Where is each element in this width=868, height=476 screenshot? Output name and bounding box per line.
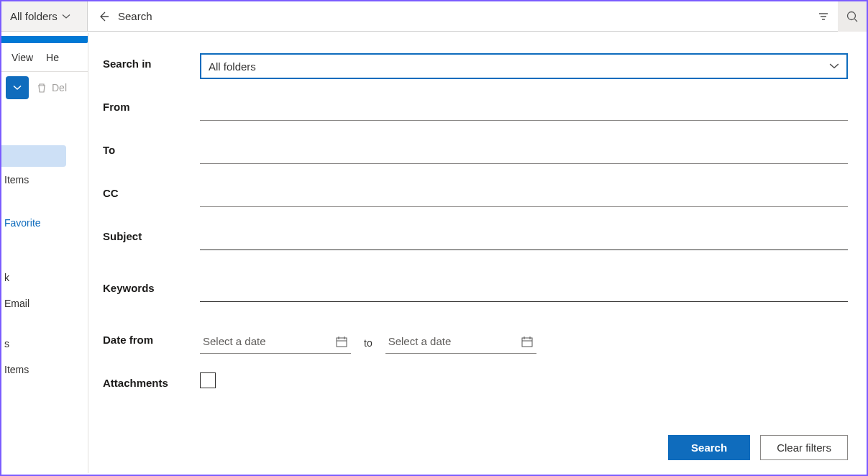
- folder-items2[interactable]: Items: [1, 357, 66, 383]
- svg-rect-1: [337, 338, 347, 347]
- advanced-search-panel: Search in All folders From To CC Subject…: [88, 33, 865, 473]
- subject-label: Subject: [103, 226, 200, 242]
- svg-rect-2: [522, 338, 532, 347]
- calendar-icon: [521, 335, 534, 348]
- folder-item-empty: [1, 316, 66, 331]
- search-input-text[interactable]: Search: [114, 10, 809, 22]
- subject-input[interactable]: [200, 226, 848, 250]
- scope-dropdown[interactable]: All folders: [1, 1, 88, 31]
- search-topbar: All folders Search: [1, 1, 867, 32]
- panel-footer: Search Clear filters: [668, 435, 848, 460]
- scope-label: All folders: [10, 10, 58, 22]
- from-label: From: [103, 96, 200, 113]
- attachments-label: Attachments: [103, 372, 200, 389]
- folder-item-s[interactable]: s: [1, 331, 66, 357]
- filter-icon[interactable]: [809, 1, 838, 32]
- tab-help-fragment[interactable]: He: [46, 52, 59, 63]
- keywords-input[interactable]: [200, 278, 848, 302]
- search-button[interactable]: Search: [668, 435, 750, 460]
- tab-view[interactable]: View: [12, 52, 33, 63]
- attachments-checkbox[interactable]: [200, 372, 216, 388]
- ribbon-blue-strip: [1, 36, 88, 43]
- search-in-label: Search in: [103, 53, 200, 70]
- folder-list-fragment: Items Favorite k Email s Items: [1, 145, 66, 383]
- date-from-picker[interactable]: Select a date: [200, 329, 351, 354]
- search-in-dropdown[interactable]: All folders: [200, 53, 848, 79]
- from-input[interactable]: [200, 96, 848, 121]
- delete-label: Del: [52, 82, 67, 93]
- row-cc: CC: [103, 175, 848, 219]
- row-search-in: Search in All folders: [103, 46, 848, 89]
- delete-button-fragment[interactable]: Del: [36, 82, 67, 93]
- row-from: From: [103, 89, 848, 132]
- cc-label: CC: [103, 183, 200, 199]
- to-label: To: [103, 139, 200, 156]
- date-to-placeholder: Select a date: [388, 335, 452, 347]
- date-to-word: to: [364, 334, 373, 349]
- selected-folder[interactable]: [1, 145, 66, 167]
- new-mail-dropdown[interactable]: [6, 76, 29, 99]
- folder-item-empty: [1, 236, 66, 265]
- folder-item[interactable]: Items: [1, 167, 66, 193]
- row-subject: Subject: [103, 219, 848, 270]
- to-input[interactable]: [200, 139, 848, 164]
- calendar-icon: [335, 335, 348, 348]
- chevron-down-icon: [829, 61, 839, 71]
- folder-item-k[interactable]: k: [1, 265, 66, 290]
- chevron-down-icon: [62, 12, 70, 21]
- row-date: Date from Select a date to Select a date: [103, 322, 848, 365]
- clear-filters-button[interactable]: Clear filters: [760, 435, 848, 460]
- search-row: Search: [88, 1, 867, 31]
- search-icon[interactable]: [838, 1, 867, 32]
- row-attachments: Attachments: [103, 365, 848, 408]
- row-keywords: Keywords: [103, 270, 848, 322]
- folder-email[interactable]: Email: [1, 290, 66, 316]
- date-from-placeholder: Select a date: [203, 335, 266, 347]
- folder-favorite[interactable]: Favorite: [1, 210, 66, 236]
- date-from-label: Date from: [103, 329, 200, 346]
- background-toolbar-fragment: View He Del: [1, 33, 88, 98]
- date-to-picker[interactable]: Select a date: [385, 329, 536, 354]
- cc-input[interactable]: [200, 183, 848, 207]
- row-to: To: [103, 132, 848, 175]
- keywords-label: Keywords: [103, 278, 200, 294]
- back-button[interactable]: [93, 6, 114, 27]
- svg-point-0: [848, 12, 856, 19]
- folder-item-empty: [1, 193, 66, 210]
- search-in-value: All folders: [209, 60, 256, 73]
